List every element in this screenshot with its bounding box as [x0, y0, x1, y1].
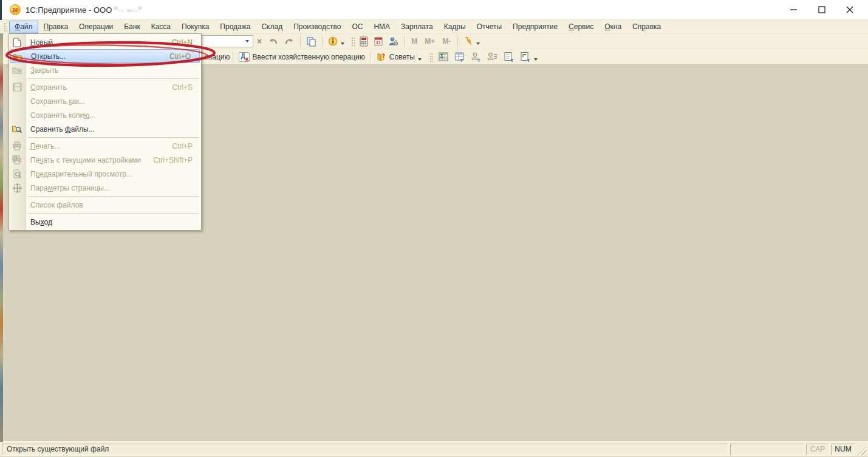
caps-lock-indicator: CAP — [806, 444, 829, 455]
menu-separator — [27, 78, 199, 79]
document-posting-report-icon[interactable]: Т — [517, 50, 533, 64]
toolbar-gripper[interactable] — [350, 36, 355, 46]
menu-item-exit[interactable]: Выход — [9, 215, 201, 229]
print-preview-icon — [12, 169, 22, 179]
menu-bank[interactable]: Банк — [118, 21, 145, 33]
account-analysis-report-icon[interactable]: Т — [451, 50, 468, 64]
combobox-dropdown-icon[interactable] — [242, 36, 253, 47]
toolbar-separator — [300, 36, 301, 47]
menu-item-close[interactable]: Закрыть — [9, 63, 201, 77]
menu-item-new[interactable]: Новый... Ctrl+N — [9, 35, 201, 49]
printer-settings-icon — [12, 155, 22, 165]
clear-search-icon[interactable]: × — [253, 36, 265, 46]
close-button[interactable] — [840, 2, 859, 18]
tips-dropdown-icon[interactable] — [418, 58, 422, 61]
organization-button-fragment[interactable]: изацию — [205, 53, 230, 61]
menu-nma[interactable]: НМА — [368, 21, 395, 33]
counterparty-card-report-icon[interactable] — [484, 50, 501, 64]
menu-cashdesk[interactable]: Касса — [146, 21, 176, 33]
status-empty-panel — [730, 444, 804, 455]
menu-production[interactable]: Производство — [288, 21, 346, 33]
tips-book-icon: ? — [377, 52, 387, 62]
new-document-icon — [12, 37, 22, 47]
toolbar-separator — [322, 36, 323, 47]
menu-item-print-preview[interactable]: Предварительный просмотр... — [9, 167, 201, 181]
info-icon[interactable] — [326, 35, 340, 48]
menu-bar: Файл Правка Операции Банк Касса Покупка … — [0, 20, 868, 34]
debit-credit-icon: ДК — [239, 52, 250, 62]
memory-recall-button[interactable]: M — [408, 35, 421, 48]
memory-add-button[interactable]: M+ — [421, 35, 439, 48]
save-floppy-icon — [12, 82, 22, 92]
document-report-icon[interactable]: Т — [501, 50, 517, 64]
more-reports-dropdown-icon[interactable] — [534, 58, 538, 61]
maximize-button[interactable] — [812, 2, 832, 18]
window-controls — [784, 2, 868, 18]
svg-text:Т: Т — [527, 58, 530, 63]
navigate-forward-icon[interactable] — [281, 35, 297, 48]
menu-windows[interactable]: Окна — [599, 21, 627, 33]
menu-item-save-copy[interactable]: Сохранить копию... — [9, 108, 201, 122]
resize-grip[interactable] — [857, 446, 866, 455]
menubar-gripper[interactable] — [3, 22, 7, 32]
menu-separator — [27, 196, 199, 197]
counterparty-analysis-report-icon[interactable]: Т — [468, 50, 484, 64]
menu-hr[interactable]: Кадры — [439, 21, 471, 33]
menu-os[interactable]: ОС — [346, 21, 368, 33]
status-bar: Открыть существующий файл CAP NUM — [0, 441, 868, 456]
desktop-edge-sliver — [0, 33, 3, 442]
navigate-back-icon[interactable] — [265, 35, 281, 48]
menu-sale[interactable]: Продажа — [214, 21, 256, 33]
menu-item-print-current-settings[interactable]: Печать с текущими настройками Ctrl+Shift… — [9, 153, 201, 167]
menu-enterprise[interactable]: Предприятие — [507, 21, 563, 33]
enter-business-operation-button[interactable]: ДК Ввести хозяйственную операцию — [236, 50, 367, 64]
svg-text:Σ: Σ — [440, 53, 443, 59]
page-setup-icon — [12, 183, 22, 193]
status-message: Открыть существующий файл — [2, 444, 728, 455]
menu-separator — [27, 137, 199, 138]
menu-item-print[interactable]: Печать... Ctrl+P — [9, 139, 201, 153]
memory-subtract-button[interactable]: M- — [439, 35, 454, 48]
menu-reports[interactable]: Отчеты — [471, 21, 507, 33]
menu-salary[interactable]: Зарплата — [395, 21, 439, 33]
menu-item-file-list[interactable]: Список файлов — [9, 198, 201, 212]
copy-icon[interactable] — [304, 35, 319, 48]
minimize-button[interactable] — [784, 2, 804, 18]
menu-item-compare-files[interactable]: Сравнить файлы... — [9, 122, 201, 136]
menu-item-open[interactable]: Открыть... Ctrl+O — [10, 49, 200, 63]
calendar-icon[interactable]: 31 — [371, 35, 386, 48]
menu-file[interactable]: Файл — [9, 21, 38, 33]
menu-purchase[interactable]: Покупка — [176, 21, 214, 33]
settings-dropdown-icon[interactable] — [476, 42, 480, 45]
calculator-icon[interactable] — [357, 35, 371, 48]
menu-item-page-setup[interactable]: Параметры страницы... — [9, 181, 201, 195]
toolbar-separator — [371, 52, 371, 63]
turnover-balance-report-icon[interactable]: Σ — [435, 50, 451, 64]
close-folder-icon — [12, 65, 22, 75]
info-dropdown-icon[interactable] — [341, 42, 344, 45]
1c-logo-icon: 1с — [10, 4, 21, 15]
menu-help[interactable]: Справка — [627, 21, 666, 33]
tips-button[interactable]: ? Советы — [374, 50, 417, 64]
menu-service[interactable]: Сервис — [563, 21, 599, 33]
menu-warehouse[interactable]: Склад — [256, 21, 288, 33]
menu-item-save[interactable]: Сохранить Ctrl+S — [9, 80, 201, 94]
svg-text:Т: Т — [460, 58, 463, 63]
menu-edit[interactable]: Правка — [38, 21, 74, 33]
title-bar: 1с 1С:Предприятие - ООО "·· –··" — [0, 0, 868, 20]
file-menu-popup: Новый... Ctrl+N Открыть... Ctrl+O Закрыт… — [9, 33, 202, 231]
window-title: 1С:Предприятие - ООО "·· –··" — [26, 5, 142, 15]
menu-operations[interactable]: Операции — [73, 21, 118, 33]
toolbar-separator — [233, 52, 233, 63]
printer-icon — [12, 141, 22, 151]
menu-item-save-as[interactable]: Сохранить как... — [9, 94, 201, 108]
window-left-edge — [0, 0, 2, 20]
svg-text:31: 31 — [376, 40, 381, 46]
toolbar-gripper[interactable] — [429, 52, 433, 62]
user-permissions-icon[interactable] — [386, 35, 401, 48]
settings-wrench-icon[interactable] — [461, 35, 476, 48]
compare-files-icon — [12, 124, 22, 134]
menu-separator — [27, 213, 199, 214]
toolbar-separator — [404, 36, 405, 47]
svg-text:Т: Т — [477, 58, 480, 63]
